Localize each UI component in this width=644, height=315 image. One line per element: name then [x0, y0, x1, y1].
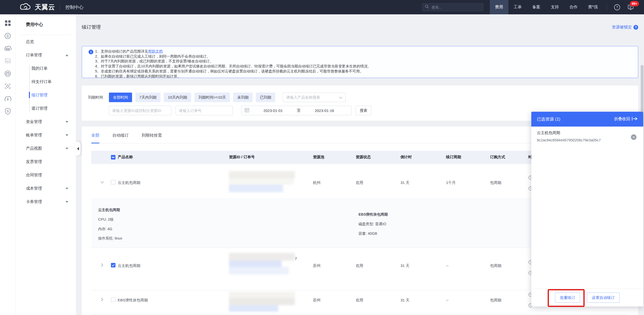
col-product-name: 产品名称 — [118, 155, 133, 160]
search-icon — [425, 5, 429, 10]
resource-locked-link[interactable]: 资源被锁定 ? — [612, 25, 638, 30]
page-title: 续订管理 — [82, 24, 101, 30]
cell-resource-status: 在用 — [356, 263, 363, 268]
panel-title: 已选资源 (1) — [537, 116, 560, 122]
sidebar-item-unpaid-orders[interactable]: 待支付订单 — [16, 75, 76, 88]
chip-all-time[interactable]: 全部时间 — [109, 93, 132, 102]
panel-header: 已选资源 (1) 折叠收回 — [531, 112, 643, 127]
chevron-down-icon — [65, 201, 68, 203]
date-from-value[interactable]: 2023-01-01 — [249, 108, 297, 113]
sidebar-item-unsubscribe-mgmt[interactable]: 退订管理 — [16, 102, 76, 115]
select-all-checkbox[interactable] — [111, 155, 115, 160]
sidebar-group-bills[interactable]: 账单管理 — [16, 128, 76, 142]
chip-gte-10-days[interactable]: 到期时间>=10天 — [194, 93, 230, 102]
sidebar-title: 费用中心 — [16, 14, 76, 35]
message-icon[interactable]: 99+ — [627, 4, 634, 11]
help-doc-link[interactable]: 帮助文档 — [148, 49, 163, 53]
sidebar-collapse-handle[interactable] — [75, 142, 80, 155]
order-no-input[interactable] — [176, 106, 233, 115]
row-checkbox[interactable] — [111, 297, 115, 302]
chip-not-expired[interactable]: 未到期 — [233, 93, 253, 102]
apps-grid-icon[interactable] — [0, 17, 15, 29]
topbar: 天翼云 控制中心 费用 工单 备案 支持 合作 窦*强 ? 99+ — [0, 0, 644, 14]
search-button[interactable]: 搜索 — [356, 106, 371, 115]
notice-line-1-text: 1、支持自动续订的产品范围详见 — [95, 49, 148, 53]
sidebar-group-coupon[interactable]: 卡券管理 — [16, 195, 76, 208]
tab-auto-renew[interactable]: 自动续订 — [112, 133, 129, 143]
nav-item-ticket[interactable]: 工单 — [508, 0, 527, 14]
cell-renew-cycle: 1个月 — [446, 180, 456, 185]
sidebar-group-orders-label: 订单管理 — [26, 53, 42, 57]
sidebar-group-funds-label: 资金管理 — [26, 120, 42, 124]
nav-item-billing[interactable]: 费用 — [490, 0, 508, 14]
notice-line-6: 6、已到期的资源，新续订周期从到期时间开始计算。 — [95, 74, 630, 79]
expand-row-icon[interactable] — [101, 263, 103, 268]
sidebar-item-contract[interactable]: 合同管理 — [16, 168, 76, 182]
balance-icon[interactable] — [0, 29, 15, 42]
help-icon[interactable]: ? — [614, 4, 620, 11]
console-label[interactable]: 控制中心 — [65, 4, 84, 10]
notice-line-1: 1、支持自动续订的产品范围详见帮助文档 — [95, 49, 630, 54]
collapse-row-icon[interactable] — [100, 180, 104, 185]
nav-item-icp[interactable]: 备案 — [527, 0, 546, 14]
chevron-up-icon — [65, 54, 68, 56]
set-auto-renew-button[interactable]: 设置自动续订 — [587, 293, 620, 303]
console-window-icon[interactable] — [0, 67, 15, 80]
notice-lines: 1、支持自动续订的产品范围详见帮助文档 2、如果在自动续订前已完成人工续订，则同… — [82, 46, 638, 79]
sidebar-group-bills-label: 账单管理 — [26, 133, 42, 137]
panel-collapse-button[interactable]: 折叠收回 — [614, 116, 638, 122]
sidebar-group-funds[interactable]: 资金管理 — [16, 115, 76, 128]
security-shield-icon[interactable] — [0, 105, 15, 117]
redacted-resource-id — [229, 292, 295, 312]
tab-expire-to-ondemand[interactable]: 到期转按需 — [142, 133, 162, 143]
sidebar-item-invoice[interactable]: 发票管理 — [16, 155, 76, 168]
brand-separator — [60, 4, 60, 11]
expand-row-icon[interactable] — [101, 298, 103, 302]
sidebar-orders-children: 我的订单 待支付订单 续订管理 退订管理 — [16, 62, 76, 115]
search-input[interactable] — [431, 5, 477, 10]
scrollbar-thumb[interactable] — [641, 65, 643, 112]
collapse-left-icon — [77, 147, 79, 150]
nav-item-support[interactable]: 支持 — [546, 0, 564, 14]
date-to-value[interactable]: 2023-01-16 — [301, 108, 348, 113]
selected-item-name: 云主机包周期 — [537, 130, 560, 136]
user-menu[interactable]: 窦*强 — [583, 0, 603, 14]
chip-7-days[interactable]: 7天内到期 — [135, 93, 160, 102]
tab-all[interactable]: 全部 — [91, 133, 99, 143]
chip-10-days[interactable]: 10天内到期 — [164, 93, 191, 102]
cell-product-name: 云主机包周期 — [118, 263, 140, 268]
screen: 天翼云 控制中心 费用 工单 备案 支持 合作 窦*强 ? 99+ — [0, 0, 644, 315]
sidebar-group-cost[interactable]: 成本管理 — [16, 182, 76, 195]
topbar-right: 费用 工单 备案 支持 合作 窦*强 ? 99+ — [422, 0, 644, 14]
scan-icon[interactable] — [0, 80, 15, 92]
sidebar-item-overview[interactable]: 总览 — [16, 35, 76, 48]
brand[interactable]: 天翼云 — [0, 3, 55, 12]
nav-item-partner[interactable]: 合作 — [564, 0, 583, 14]
date-range-picker[interactable]: 2023-01-01 至 2023-01-16 — [241, 106, 351, 115]
cell-order-type: 包周期 — [490, 263, 501, 268]
collapse-right-icon — [632, 116, 638, 122]
cell-resource-status: 在用 — [356, 298, 363, 303]
remove-item-icon[interactable]: ✕ — [631, 134, 636, 140]
row-checkbox[interactable] — [111, 180, 115, 184]
resource-id-input[interactable] — [109, 106, 171, 115]
topbar-divider — [607, 5, 607, 10]
batch-renew-button[interactable]: 批量续订 — [555, 293, 580, 303]
row-checkbox[interactable] — [111, 263, 115, 267]
topbar-search[interactable] — [422, 3, 483, 11]
sidebar-group-products[interactable]: 产品视图 — [16, 142, 76, 155]
sidebar-item-my-orders[interactable]: 我的订单 — [16, 62, 76, 75]
cell-countdown: 31 天 — [400, 263, 410, 268]
product-select-placeholder: 请输入产品名称搜索 — [286, 95, 320, 100]
vpc-icon[interactable]: VPC — [0, 55, 15, 67]
col-resource-id: 资源ID / 订单号 — [229, 155, 255, 160]
calendar-icon — [245, 108, 249, 113]
sidebar-item-renew-mgmt[interactable]: 续订管理 — [16, 88, 76, 102]
cloud-upload-icon[interactable] — [0, 92, 15, 105]
product-name-select[interactable]: 请输入产品名称搜索 — [283, 93, 346, 102]
cloud-server-icon[interactable] — [0, 42, 15, 55]
cell-renew-cycle: -- — [446, 263, 449, 268]
sidebar-group-orders[interactable]: 订单管理 — [16, 48, 76, 62]
chip-expired[interactable]: 已到期 — [256, 93, 275, 102]
cell-product-name: 云主机包周期 — [118, 180, 140, 185]
